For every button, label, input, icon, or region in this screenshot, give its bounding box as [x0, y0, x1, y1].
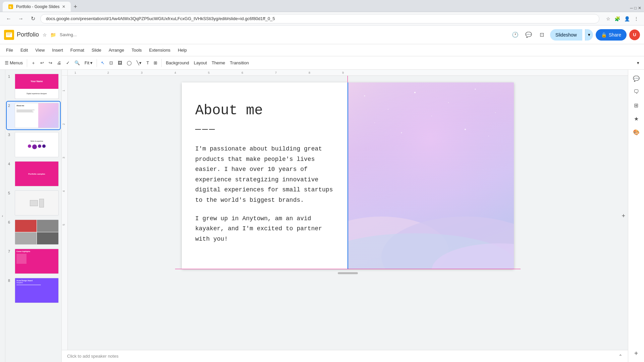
- collapse-sidebar-button[interactable]: ‹: [0, 70, 5, 362]
- svg-text:5: 5: [62, 224, 65, 226]
- transition-button[interactable]: Transition: [228, 58, 251, 68]
- line-button[interactable]: ╲▾: [135, 58, 144, 68]
- fit-button[interactable]: Fit ▾: [83, 58, 95, 68]
- slide-thumbnail-2[interactable]: 2 About me —: [7, 102, 60, 129]
- svg-text:S: S: [9, 5, 11, 9]
- chat-panel-button[interactable]: 🗨: [630, 86, 642, 98]
- menu-arrange[interactable]: Arrange: [105, 46, 127, 55]
- menus-label: Menus: [10, 60, 23, 65]
- shapes-button[interactable]: ◯: [125, 58, 134, 68]
- background-button[interactable]: Background: [164, 58, 191, 68]
- undo-button[interactable]: ↩: [38, 58, 46, 68]
- star-panel-button[interactable]: ★: [630, 113, 642, 125]
- tab-favicon: S: [8, 4, 13, 9]
- image-button[interactable]: 🖼: [116, 58, 124, 68]
- forward-button[interactable]: →: [16, 14, 25, 23]
- menu-view[interactable]: View: [32, 46, 48, 55]
- layout-panel-button[interactable]: ⊞: [630, 99, 642, 111]
- slide-thumbnail-4[interactable]: 4 Portfolio samples: [7, 160, 60, 188]
- menu-extensions[interactable]: Extensions: [146, 46, 174, 55]
- svg-text:8: 8: [309, 71, 310, 74]
- fit-label: Fit: [85, 60, 89, 65]
- slide-background-art: [348, 82, 514, 269]
- bookmark-icon[interactable]: ☆: [605, 15, 612, 23]
- print-button[interactable]: 🖨: [55, 58, 63, 68]
- menu-edit[interactable]: Edit: [17, 46, 31, 55]
- reload-button[interactable]: ↻: [28, 14, 38, 23]
- slide-thumbnail-8[interactable]: 8 Acme Design Award recipient: [7, 277, 60, 304]
- history-button[interactable]: 🕐: [510, 29, 521, 40]
- slide-content-right: [348, 82, 514, 269]
- insert-button[interactable]: ⊞: [152, 58, 159, 68]
- canvas-scroll[interactable]: About me ——— I'm passionate about buildi…: [68, 76, 628, 350]
- browser-tab[interactable]: S Portfolio - Google Slides ✕: [3, 2, 71, 12]
- menu-insert[interactable]: Insert: [49, 46, 66, 55]
- user-avatar[interactable]: U: [629, 29, 640, 40]
- menu-format[interactable]: Format: [67, 46, 88, 55]
- select-tool-button[interactable]: ↖: [99, 58, 107, 68]
- layout-button[interactable]: Layout: [192, 58, 209, 68]
- toolbar: ☰ Menus ＋ ↩ ↪ 🖨 ✓ 🔍 Fit ▾ ↖ ⊡ 🖼 ◯ ╲▾ T ⊞…: [0, 56, 644, 70]
- add-slide-button[interactable]: ＋: [29, 58, 38, 68]
- redo-button[interactable]: ↪: [47, 58, 54, 68]
- palette-panel-button[interactable]: 🎨: [630, 126, 642, 138]
- address-bar: ← → ↻ ☆ 🧩 👤 ⋮: [0, 12, 644, 25]
- new-tab-button[interactable]: +: [71, 2, 80, 12]
- slide-thumbnail-7[interactable]: 7 Career highlights: [7, 247, 60, 275]
- svg-point-23: [414, 92, 416, 93]
- share-label: Share: [609, 32, 621, 38]
- tab-close-icon[interactable]: ✕: [62, 4, 65, 9]
- expand-canvas-button[interactable]: +: [622, 213, 625, 220]
- notes-expand-icon[interactable]: ⌃: [619, 354, 623, 359]
- present-options-button[interactable]: ⊡: [537, 29, 547, 40]
- text-button[interactable]: T: [144, 58, 151, 68]
- url-input[interactable]: [40, 14, 599, 23]
- slideshow-label: Slideshow: [555, 32, 577, 38]
- back-button[interactable]: ←: [4, 14, 13, 23]
- notes-bar[interactable]: Click to add speaker notes ⌃: [62, 350, 628, 362]
- theme-button[interactable]: Theme: [210, 58, 227, 68]
- slide-thumbnail-6[interactable]: 6: [7, 218, 60, 246]
- ruler-v-marks: 1 2 3 4 5: [62, 76, 68, 277]
- slide-thumbnail-3[interactable]: 3 Skills & expertise: [7, 131, 60, 159]
- menu-tools[interactable]: Tools: [128, 46, 145, 55]
- profile-icon[interactable]: 👤: [623, 15, 631, 23]
- slideshow-button[interactable]: Slideshow: [550, 29, 582, 41]
- menus-icon: ☰: [5, 60, 9, 65]
- menu-file[interactable]: File: [3, 46, 16, 55]
- zoom-button[interactable]: 🔍: [72, 58, 82, 68]
- spell-check-button[interactable]: ✓: [64, 58, 72, 68]
- svg-point-21: [364, 96, 365, 97]
- svg-point-24: [448, 102, 449, 103]
- slideshow-dropdown-button[interactable]: ▾: [585, 29, 593, 41]
- slide-preview-5: [15, 190, 59, 216]
- frame-tool-button[interactable]: ⊡: [107, 58, 115, 68]
- share-button[interactable]: 🔒 Share: [596, 29, 627, 41]
- slide-content-left[interactable]: About me ——— I'm passionate about buildi…: [182, 82, 348, 269]
- extensions-icon[interactable]: 🧩: [613, 15, 622, 23]
- settings-icon[interactable]: ⋮: [633, 15, 640, 23]
- app-top-bar: Portfolio ☆ 📁 Saving... 🕐 💬 ⊡ Slideshow …: [0, 25, 644, 44]
- star-button[interactable]: ☆: [42, 31, 48, 39]
- more-toolbar-options[interactable]: ▾: [635, 58, 641, 68]
- minimize-icon[interactable]: ─: [630, 6, 633, 10]
- slide-preview-4: Portfolio samples: [15, 161, 59, 186]
- slide-thumbnail-1[interactable]: 1 Your Name Digital experience designer: [7, 72, 60, 100]
- menus-toggle-button[interactable]: ☰ Menus: [3, 58, 25, 68]
- ruler-vertical: 1 2 3 4 5: [62, 76, 68, 350]
- menu-slide[interactable]: Slide: [88, 46, 105, 55]
- notes-resize-handle[interactable]: [338, 272, 358, 274]
- toolbar-divider-3: [161, 59, 162, 67]
- svg-text:3: 3: [141, 71, 143, 74]
- comments-panel-button[interactable]: 💬: [630, 72, 642, 84]
- close-icon[interactable]: ✕: [638, 6, 641, 10]
- comments-button[interactable]: 💬: [523, 29, 534, 40]
- slide-canvas[interactable]: About me ——— I'm passionate about buildi…: [182, 82, 514, 269]
- add-element-button[interactable]: +: [630, 347, 642, 359]
- move-to-drive-button[interactable]: 📁: [49, 31, 57, 39]
- svg-point-27: [374, 122, 375, 123]
- svg-text:4: 4: [62, 190, 65, 192]
- maximize-icon[interactable]: □: [634, 6, 637, 10]
- menu-help[interactable]: Help: [174, 46, 190, 55]
- slide-thumbnail-5[interactable]: 5: [7, 189, 60, 217]
